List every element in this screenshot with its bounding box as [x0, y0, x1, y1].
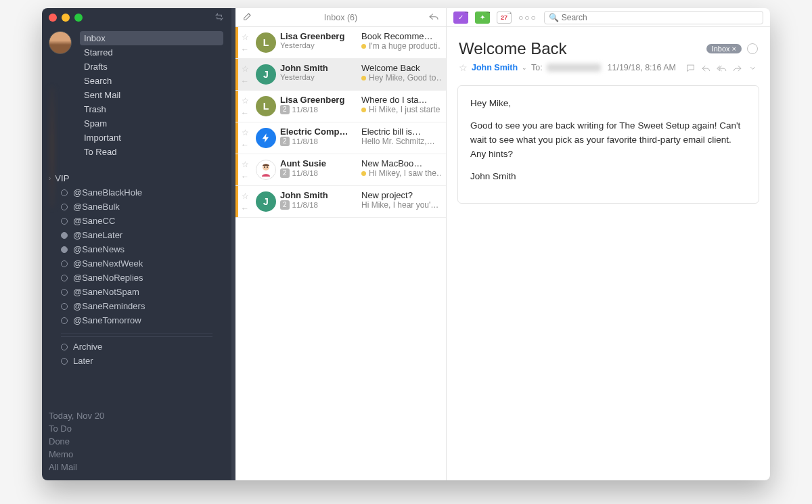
sender-name: John Smith: [280, 190, 356, 200]
message-date: 211/8/18: [280, 168, 356, 178]
compose-icon[interactable]: [242, 11, 253, 24]
chat-icon[interactable]: [685, 63, 696, 73]
pin-dot-icon: [361, 76, 366, 81]
minimize-window-button[interactable]: [62, 14, 70, 22]
vip-label: VIP: [55, 173, 69, 183]
close-window-button[interactable]: [49, 14, 57, 22]
reader-subject: Welcome Back: [459, 39, 701, 58]
star-icon[interactable]: ☆: [242, 160, 249, 169]
message-row[interactable]: ☆←LLisa GreenbergYesterdayBook Recomme…I…: [235, 27, 446, 59]
plugin-evernote-icon[interactable]: →✦: [475, 12, 490, 24]
sync-icon[interactable]: [214, 12, 225, 24]
message-row[interactable]: ☆←Aunt Susie211/8/18New MacBoo…Hi Mikey,…: [235, 154, 446, 186]
tag-label: @SaneNextWeek: [73, 258, 143, 269]
tag-dot-icon: [61, 275, 68, 281]
message-row[interactable]: ☆←JJohn SmithYesterdayWelcome BackHey Mi…: [235, 59, 446, 91]
folder-to-read[interactable]: To Read: [77, 145, 226, 159]
sender-link[interactable]: John Smith: [472, 63, 518, 72]
chevron-down-icon[interactable]: ⌄: [522, 64, 527, 71]
folder-search[interactable]: Search: [77, 74, 226, 88]
folder-inbox[interactable]: Inbox: [80, 31, 223, 45]
smart-item[interactable]: Today, Nov 20: [49, 409, 225, 422]
row-meta: Aunt Susie211/8/18New MacBoo…Hi Mikey, I…: [280, 158, 441, 181]
account-avatar[interactable]: [49, 31, 72, 54]
smart-item[interactable]: Memo: [49, 448, 225, 461]
to-label: To:: [531, 63, 543, 72]
folder-pill[interactable]: Inbox ×: [706, 44, 742, 53]
tag-sanenextweek[interactable]: @SaneNextWeek: [42, 256, 231, 271]
sender-avatar: J: [256, 191, 276, 212]
flag-toggle[interactable]: [747, 43, 758, 54]
tag-sanetomorrow[interactable]: @SaneTomorrow: [42, 313, 231, 327]
row-meta: John SmithYesterdayWelcome BackHey Mike,…: [280, 63, 441, 86]
folder-starred[interactable]: Starred: [77, 45, 226, 60]
row-gutter: ☆←: [238, 95, 252, 118]
folder-sent-mail[interactable]: Sent Mail: [77, 88, 226, 102]
star-icon[interactable]: ☆: [242, 128, 249, 137]
smart-item[interactable]: Done: [49, 435, 225, 448]
svg-point-1: [264, 166, 265, 168]
tag-label: @SaneNoReplies: [73, 273, 143, 283]
tag-sanelater[interactable]: @SaneLater: [42, 228, 231, 242]
vip-folder[interactable]: › VIP: [42, 171, 231, 185]
tag-sanenotspam[interactable]: @SaneNotSpam: [42, 285, 231, 299]
row-meta: Lisa GreenbergYesterdayBook Recomme…I'm …: [280, 31, 441, 54]
star-icon[interactable]: ☆: [242, 32, 249, 42]
pin-dot-icon: [361, 108, 366, 112]
tag-sanenews[interactable]: @SaneNews: [42, 242, 231, 256]
thread-count-badge: 2: [280, 168, 290, 178]
smart-item[interactable]: All Mail: [49, 461, 225, 474]
plugin-calendar-icon[interactable]: →27: [497, 12, 512, 24]
sender-avatar: J: [256, 64, 276, 85]
tag-archive[interactable]: Archive: [42, 340, 231, 354]
more-plugins-button[interactable]: ○○○: [518, 13, 537, 22]
star-icon[interactable]: ☆: [242, 191, 249, 201]
folder-spam[interactable]: Spam: [77, 116, 226, 131]
row-gutter: ☆←: [238, 190, 252, 213]
smart-item[interactable]: To Do: [49, 422, 225, 435]
tag-saneblackhole[interactable]: @SaneBlackHole: [42, 185, 231, 200]
folder-drafts[interactable]: Drafts: [77, 60, 226, 74]
tag-dot-icon: [61, 204, 68, 210]
reply-arrow-icon: ←: [241, 140, 249, 150]
reply-action-icon[interactable]: [701, 63, 711, 73]
tag-later[interactable]: Later: [42, 354, 231, 368]
reply-all-action-icon[interactable]: [717, 63, 727, 73]
star-icon[interactable]: ☆: [459, 62, 468, 73]
message-preview: Hey Mike, Good to…: [361, 73, 441, 83]
tag-dot-icon: [61, 232, 68, 239]
search-field[interactable]: 🔍: [544, 11, 763, 24]
row-gutter: ☆←: [238, 31, 252, 54]
tag-sanereminders[interactable]: @SaneReminders: [42, 299, 231, 313]
forward-action-icon[interactable]: [732, 63, 742, 73]
zoom-window-button[interactable]: [74, 14, 83, 22]
tag-sanebulk[interactable]: @SaneBulk: [42, 200, 231, 214]
search-input[interactable]: [562, 13, 759, 22]
message-row[interactable]: ☆←JJohn Smith211/8/18New project?Hi Mike…: [235, 186, 446, 218]
tag-dot-icon: [61, 289, 68, 296]
reply-icon[interactable]: [428, 11, 439, 24]
folder-trash[interactable]: Trash: [77, 102, 226, 116]
plugin-purple-icon[interactable]: →✓: [453, 12, 468, 24]
star-icon[interactable]: ☆: [242, 96, 249, 106]
star-icon[interactable]: ☆: [242, 64, 249, 74]
more-action-icon[interactable]: [748, 63, 758, 73]
sender-avatar: L: [256, 32, 276, 53]
tag-sanecc[interactable]: @SaneCC: [42, 214, 231, 228]
message-row[interactable]: ☆←LLisa Greenberg211/8/18Where do I sta……: [235, 91, 446, 122]
tag-label: @SaneReminders: [73, 301, 145, 311]
unread-indicator: [235, 27, 238, 58]
tag-sanenoreplies[interactable]: @SaneNoReplies: [42, 271, 231, 285]
message-preview: I'm a huge producti…: [361, 41, 441, 51]
tag-label: @SaneNotSpam: [73, 287, 139, 297]
body-signature: John Smith: [470, 170, 746, 184]
sender-avatar: [256, 160, 276, 180]
unread-indicator: [235, 91, 238, 122]
message-subject: New project?: [361, 190, 441, 200]
tag-dot-icon: [61, 189, 68, 196]
folder-important[interactable]: Important: [77, 131, 226, 145]
message-row[interactable]: ☆←Electric Comp…211/8/18Electric bill is…: [235, 122, 446, 154]
list-toolbar: Inbox (6): [235, 8, 446, 27]
app-window: InboxStarredDraftsSearchSent MailTrashSp…: [42, 8, 770, 480]
message-date: 211/8/18: [280, 200, 356, 210]
